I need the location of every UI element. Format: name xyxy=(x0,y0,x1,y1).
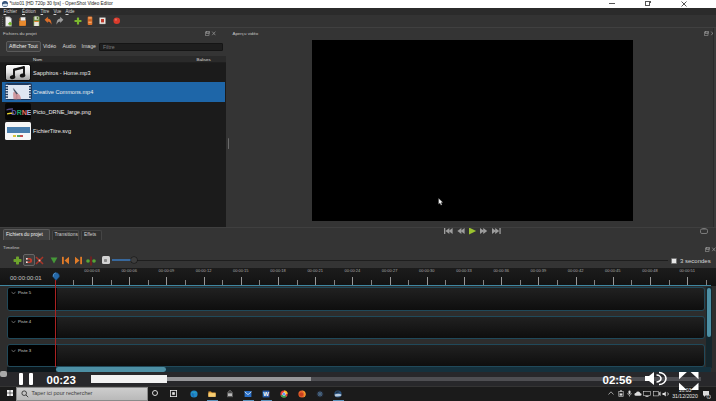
svg-text:W: W xyxy=(263,391,269,397)
svg-text:E: E xyxy=(27,108,31,115)
svg-text:D: D xyxy=(12,108,17,115)
